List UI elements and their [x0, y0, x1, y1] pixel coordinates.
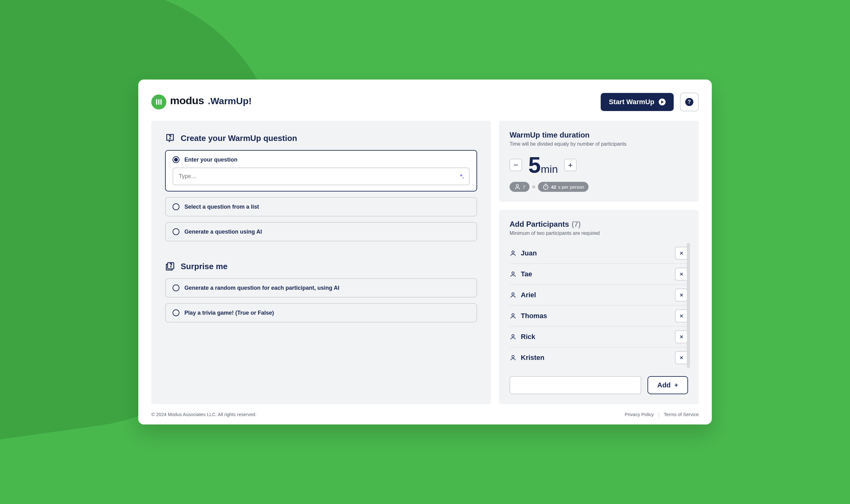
radio-icon [173, 285, 179, 291]
option-label: Play a trivia game! (True or False) [184, 310, 274, 316]
privacy-link[interactable]: Privacy Policy [625, 412, 654, 417]
close-icon [679, 356, 684, 360]
footer-links: Privacy Policy | Terms of Service [625, 412, 699, 417]
svg-point-10 [512, 356, 514, 358]
add-label: Add [657, 381, 671, 389]
participants-title-row: Add Participants (7) [510, 220, 688, 231]
sparkle-icon [458, 173, 465, 180]
option-enter-question[interactable]: Enter your question [165, 150, 477, 192]
close-icon [679, 335, 684, 339]
participants-list: JuanTaeArielThomasRickKristen [510, 243, 688, 368]
question-input-wrap [173, 167, 470, 185]
equals-sign: = [532, 184, 535, 190]
header: modus .WarmUp! Start WarmUp ? [151, 93, 699, 111]
surprise-section-title: Surprise me [165, 262, 477, 271]
people-count-pill: 7 [510, 182, 530, 192]
user-icon [510, 354, 516, 361]
svg-point-5 [512, 251, 514, 253]
question-card-icon [165, 133, 175, 143]
participant-row: Rick [510, 326, 688, 347]
participant-name: Thomas [510, 312, 547, 320]
scrollbar[interactable] [687, 243, 690, 368]
radio-icon [173, 228, 179, 235]
brand-name: modus [170, 94, 204, 107]
option-trivia[interactable]: Play a trivia game! (True or False) [165, 303, 477, 323]
participant-row: Kristen [510, 347, 688, 368]
radio-icon [173, 156, 179, 163]
footer: © 2024 Modus Associates LLC. All rights … [151, 412, 699, 417]
participant-row: Tae [510, 264, 688, 285]
remove-participant-button[interactable] [675, 309, 688, 323]
per-person-suffix: s per person [558, 184, 584, 190]
play-icon [659, 98, 666, 105]
user-icon [510, 334, 516, 340]
participant-row: Ariel [510, 285, 688, 306]
svg-point-6 [512, 272, 514, 274]
start-warmup-label: Start WarmUp [609, 98, 654, 106]
participant-row: Thomas [510, 306, 688, 326]
participant-name: Ariel [510, 291, 536, 299]
duration-value: 5 [528, 152, 541, 178]
option-label: Select a question from a list [184, 204, 259, 210]
duration-subtitle: Time will be divided equaly by number of… [510, 141, 688, 147]
right-column: WarmUp time duration Time will be divide… [499, 121, 699, 404]
participant-name: Tae [510, 270, 532, 278]
participants-subtitle: Minimum of two participants are required [510, 231, 688, 236]
remove-participant-button[interactable] [675, 330, 688, 343]
option-generate-ai[interactable]: Generate a question using AI [165, 222, 477, 241]
app-card: modus .WarmUp! Start WarmUp ? Create you… [138, 79, 712, 425]
participant-name: Rick [510, 333, 535, 341]
add-participant-button[interactable]: Add + [648, 376, 688, 394]
radio-icon [173, 309, 179, 316]
per-person-pill: 42s per person [538, 182, 588, 192]
duration-breakdown: 7 = 42s per person [510, 182, 688, 192]
left-column: Create your WarmUp question Enter your q… [151, 121, 491, 404]
close-icon [679, 314, 684, 318]
option-random-ai[interactable]: Generate a random question for each part… [165, 278, 477, 298]
participant-name-text: Ariel [521, 291, 536, 299]
option-select-from-list[interactable]: Select a question from a list [165, 197, 477, 216]
participant-name-text: Tae [521, 270, 532, 278]
option-label: Enter your question [184, 157, 237, 163]
user-icon [510, 250, 516, 257]
remove-participant-button[interactable] [675, 288, 688, 302]
duration-panel: WarmUp time duration Time will be divide… [499, 121, 699, 202]
terms-link[interactable]: Terms of Service [664, 412, 699, 417]
participant-name-text: Rick [521, 333, 535, 341]
participant-name: Kristen [510, 354, 545, 362]
option-label: Generate a random question for each part… [184, 285, 339, 291]
participant-row: Juan [510, 243, 688, 264]
svg-point-9 [512, 335, 514, 337]
people-count: 7 [523, 184, 525, 190]
help-button[interactable]: ? [680, 93, 699, 111]
participant-name-text: Juan [521, 249, 537, 257]
user-icon [510, 292, 516, 299]
footer-copyright: © 2024 Modus Associates LLC. All rights … [151, 412, 256, 417]
logo-icon [151, 94, 166, 109]
close-icon [679, 251, 684, 255]
participant-name-text: Kristen [521, 354, 545, 362]
start-warmup-button[interactable]: Start WarmUp [601, 93, 674, 111]
add-participant-input[interactable] [510, 376, 641, 394]
stopwatch-icon [542, 183, 549, 190]
create-section-title: Create your WarmUp question [165, 133, 477, 143]
svg-point-7 [512, 293, 514, 295]
help-icon: ? [685, 98, 693, 106]
user-icon [514, 183, 521, 190]
question-input[interactable] [173, 167, 470, 185]
svg-point-0 [170, 138, 171, 139]
duration-unit: min [541, 163, 558, 175]
duration-title: WarmUp time duration [510, 131, 688, 139]
footer-separator: | [658, 412, 659, 417]
participant-name-text: Thomas [521, 312, 547, 320]
add-participant-row: Add + [510, 376, 688, 394]
remove-participant-button[interactable] [675, 268, 688, 281]
duration-increment-button[interactable]: + [564, 159, 577, 171]
option-label: Generate a question using AI [184, 229, 262, 235]
duration-row: − 5min + [510, 154, 688, 176]
svg-point-3 [516, 185, 518, 187]
remove-participant-button[interactable] [675, 247, 688, 260]
close-icon [679, 293, 684, 297]
remove-participant-button[interactable] [675, 351, 688, 364]
duration-decrement-button[interactable]: − [510, 159, 522, 171]
